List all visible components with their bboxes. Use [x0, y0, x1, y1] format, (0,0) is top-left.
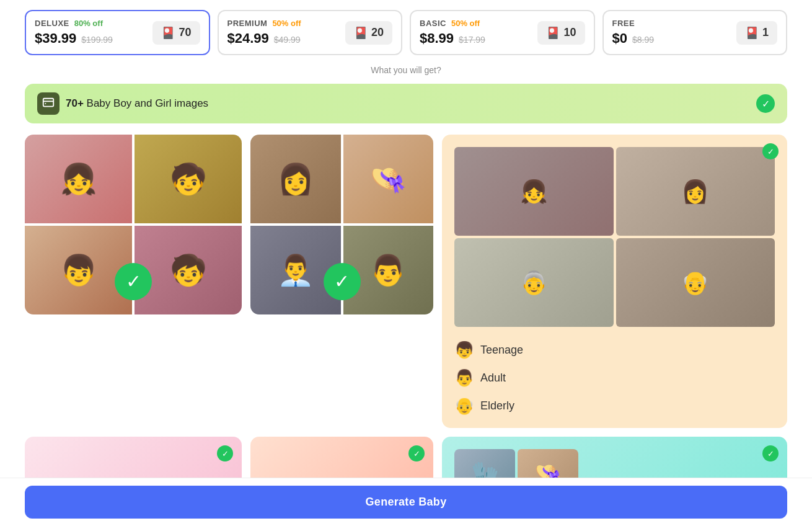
plan-discount-basic: 50% off — [451, 19, 480, 28]
plan-credits-basic: 🎴 10 — [537, 21, 585, 45]
age-card-check: ✓ — [762, 143, 779, 159]
age-options: 👦 Teenage 👨 Adult 👴 Elderly — [454, 341, 775, 416]
adult-emoji: 👨 — [454, 368, 474, 388]
price-original-premium: $49.99 — [274, 35, 301, 45]
clothes-check: ✓ — [762, 445, 779, 461]
banner-text: 70+ Baby Boy and Girl images — [66, 97, 208, 110]
banner-check-icon: ✓ — [756, 94, 775, 113]
face-teen1: 👧 — [454, 147, 614, 236]
plan-name-basic: BASIC — [420, 19, 446, 28]
plan-credits-premium: 🎴 20 — [345, 21, 392, 45]
age-option-teenage: 👦 Teenage — [454, 341, 775, 360]
pricing-card-deluxe[interactable]: DELUXE 80% off $39.99 $199.99 🎴 70 — [25, 10, 210, 55]
children-photo-grid: 👧 🧒 👦 🧒 ✓ — [25, 135, 242, 428]
svg-point-1 — [45, 103, 46, 104]
price-current-deluxe: $39.99 — [35, 30, 76, 47]
price-current-premium: $24.99 — [227, 30, 269, 47]
price-current-basic: $8.99 — [420, 30, 454, 47]
price-original-deluxe: $199.99 — [81, 35, 113, 45]
price-current-free: $0 — [612, 30, 627, 47]
child-photo-1: 👧 — [25, 135, 132, 223]
content-grid-row1: 👧 🧒 👦 🧒 ✓ 👩 👒 — [25, 135, 787, 428]
face-elder2: 👴 — [616, 238, 775, 327]
adult-photo-2: 👒 — [343, 135, 434, 223]
plan-name-free: FREE — [612, 19, 635, 28]
face-teen2: 👩 — [616, 147, 775, 236]
generate-bar: Generate Baby — [0, 478, 812, 526]
plan-name-deluxe: DELUXE — [35, 19, 69, 28]
plan-credits-deluxe: 🎴 70 — [152, 21, 200, 45]
price-original-free: $8.99 — [632, 35, 654, 45]
elderly-emoji: 👴 — [454, 396, 474, 416]
charming-check: ✓ — [217, 445, 233, 461]
child-photo-2: 🧒 — [135, 135, 242, 223]
credit-icon-deluxe: 🎴 — [161, 26, 175, 40]
plan-discount-premium: 50% off — [272, 19, 301, 28]
child-photo-3: 👦 — [25, 226, 132, 314]
adult-photo-grid: 👩 👒 👨‍💼 👨 ✓ — [250, 135, 433, 428]
environments-check: ✓ — [408, 445, 425, 461]
age-option-adult: 👨 Adult — [454, 368, 775, 388]
pricing-card-free[interactable]: FREE $0 $8.99 🎴 1 — [602, 10, 788, 55]
adult-grid-check: ✓ — [324, 263, 361, 300]
children-grid-check: ✓ — [115, 263, 152, 300]
teenage-label: Teenage — [480, 344, 523, 357]
green-banner: 70+ Baby Boy and Girl images ✓ — [25, 84, 787, 123]
credit-icon-premium: 🎴 — [354, 26, 368, 40]
credit-icon-free: 🎴 — [745, 26, 759, 40]
plan-discount-deluxe: 80% off — [74, 19, 103, 28]
plan-credits-free: 🎴 1 — [736, 21, 777, 45]
age-option-elderly: 👴 Elderly — [454, 396, 775, 416]
banner-icon — [37, 92, 60, 115]
age-card: ✓ 👧 👩 👵 👴 👦 Teenage — [442, 135, 787, 428]
price-original-basic: $17.99 — [459, 35, 485, 45]
adult-photo-1: 👩 — [250, 135, 341, 223]
section-label: What you will get? — [25, 65, 787, 75]
elderly-label: Elderly — [480, 399, 514, 412]
teenage-emoji: 👦 — [454, 341, 474, 360]
pricing-card-basic[interactable]: BASIC 50% off $8.99 $17.99 🎴 10 — [410, 10, 595, 55]
child-photo-4: 🧒 — [135, 226, 242, 314]
pricing-row: DELUXE 80% off $39.99 $199.99 🎴 70 PREMI… — [25, 10, 787, 55]
generate-button[interactable]: Generate Baby — [25, 486, 787, 519]
svg-rect-0 — [43, 99, 54, 107]
credit-icon-basic: 🎴 — [546, 26, 560, 40]
face-elder1: 👵 — [454, 238, 614, 327]
adult-label: Adult — [480, 372, 506, 385]
pricing-card-premium[interactable]: PREMIUM 50% off $24.99 $49.99 🎴 20 — [218, 10, 403, 55]
plan-name-premium: PREMIUM — [227, 19, 268, 28]
